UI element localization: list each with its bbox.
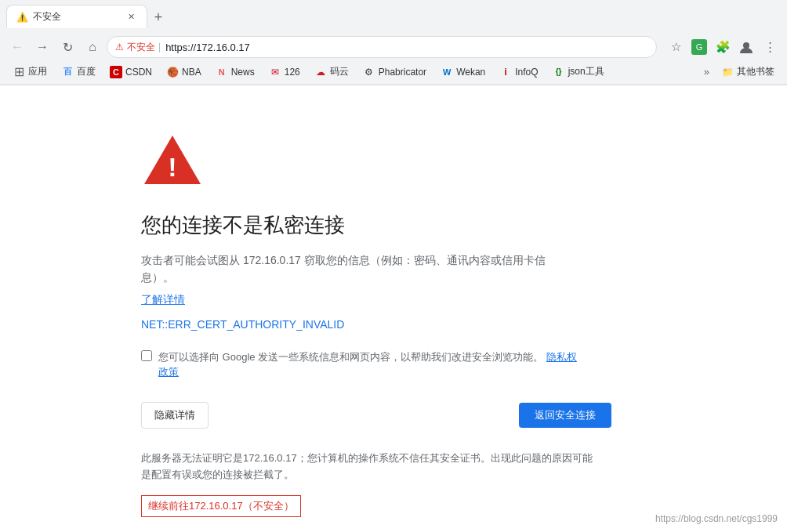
bookmark-baidu[interactable]: 百 百度 xyxy=(55,63,102,80)
bookmark-126-label: 126 xyxy=(285,67,300,78)
126-icon: ✉ xyxy=(269,66,281,78)
security-label: 不安全 xyxy=(127,41,155,54)
proceed-link[interactable]: 继续前往172.16.0.17（不安全） xyxy=(141,495,301,517)
learn-more-link[interactable]: 了解详情 xyxy=(141,293,185,306)
folder-icon: 📁 xyxy=(722,67,734,78)
warning-icon: ⚠ xyxy=(115,42,124,52)
warning-icon-container: ! xyxy=(141,132,611,190)
main-title: 您的连接不是私密连接 xyxy=(141,212,611,239)
wekan-icon: W xyxy=(441,66,453,78)
checkbox-row: 您可以选择向 Google 发送一些系统信息和网页内容，以帮助我们改进安全浏览功… xyxy=(141,349,580,380)
tab-close-button[interactable]: ✕ xyxy=(125,11,137,24)
title-bar: ← → ↻ ⌂ ⚠ 不安全 | https://172.16.0.17 ☆ G … xyxy=(0,28,787,60)
infoq-icon: i xyxy=(499,66,512,78)
baidu-icon: 百 xyxy=(61,66,74,78)
buttons-row: 隐藏详情 返回安全连接 xyxy=(141,402,611,429)
address-bar[interactable]: ⚠ 不安全 | https://172.16.0.17 xyxy=(107,36,657,58)
send-info-checkbox[interactable] xyxy=(141,350,152,361)
server-description: 此服务器无法证明它是172.16.0.17；您计算机的操作系统不信任其安全证书。… xyxy=(141,451,596,483)
checkbox-label: 您可以选择向 Google 发送一些系统信息和网页内容，以帮助我们改进安全浏览功… xyxy=(158,349,580,380)
home-button[interactable]: ⌂ xyxy=(82,36,103,58)
bookmark-phabricator-label: Phabricator xyxy=(379,67,426,78)
csdn-icon: C xyxy=(110,66,122,78)
other-bookmarks-label: 其他书签 xyxy=(737,65,774,78)
bookmark-news-label: News xyxy=(231,67,255,78)
bookmark-gitee-label: 码云 xyxy=(330,65,349,78)
description-text: 攻击者可能会试图从 172.16.0.17 窃取您的信息（例如：密码、通讯内容或… xyxy=(141,252,564,287)
profile-button[interactable]: G xyxy=(688,36,710,58)
bookmark-phabricator[interactable]: ⚙ Phabricator xyxy=(357,64,433,80)
bookmark-wekan-label: Wekan xyxy=(456,67,485,78)
gitee-icon: ☁ xyxy=(314,66,327,78)
phabricator-icon: ⚙ xyxy=(363,66,375,78)
news-icon: N xyxy=(216,66,228,78)
page-content: ! 您的连接不是私密连接 攻击者可能会试图从 172.16.0.17 窃取您的信… xyxy=(0,85,611,532)
menu-button[interactable]: ⋮ xyxy=(759,36,781,58)
error-code: NET::ERR_CERT_AUTHORITY_INVALID xyxy=(141,318,611,331)
back-button[interactable]: ← xyxy=(6,36,28,58)
bookmark-json[interactable]: {} json工具 xyxy=(546,63,611,80)
checkbox-text: 您可以选择向 Google 发送一些系统信息和网页内容，以帮助我们改进安全浏览功… xyxy=(158,351,543,363)
tab-favicon: ⚠️ xyxy=(16,12,28,23)
forward-button[interactable]: → xyxy=(31,36,53,58)
svg-point-2 xyxy=(743,42,749,49)
svg-text:!: ! xyxy=(168,152,176,182)
bookmark-csdn[interactable]: C CSDN xyxy=(103,64,158,80)
reload-button[interactable]: ↻ xyxy=(56,36,78,58)
return-safe-button[interactable]: 返回安全连接 xyxy=(519,403,611,428)
active-tab[interactable]: ⚠️ 不安全 ✕ xyxy=(6,5,147,28)
bookmark-apps[interactable]: ⊞ 应用 xyxy=(6,63,53,80)
svg-text:G: G xyxy=(696,42,703,52)
csdn-watermark: https://blog.csdn.net/cgs1999 xyxy=(655,513,778,524)
hide-details-button[interactable]: 隐藏详情 xyxy=(141,402,209,429)
tab-title: 不安全 xyxy=(33,10,120,24)
bookmark-wekan[interactable]: W Wekan xyxy=(434,64,491,80)
bookmark-infoq[interactable]: i InfoQ xyxy=(493,64,544,80)
description-content: 攻击者可能会试图从 172.16.0.17 窃取您的信息（例如：密码、通讯内容或… xyxy=(141,254,546,284)
url-display: https://172.16.0.17 xyxy=(165,42,250,53)
nba-icon: 🏀 xyxy=(166,66,179,78)
extension-button[interactable]: 🧩 xyxy=(712,36,734,58)
divider: | xyxy=(158,42,161,52)
bookmark-json-label: json工具 xyxy=(568,65,604,78)
bookmark-star-button[interactable]: ☆ xyxy=(665,36,687,58)
bookmark-csdn-label: CSDN xyxy=(125,67,152,78)
other-bookmarks[interactable]: 📁 其他书签 xyxy=(716,63,781,80)
bookmark-126[interactable]: ✉ 126 xyxy=(263,64,306,80)
json-icon: {} xyxy=(553,66,565,78)
browser-chrome: ⚠️ 不安全 ✕ + ← → ↻ ⌂ ⚠ 不安全 | https://172.1… xyxy=(0,0,787,85)
bookmark-nba-label: NBA xyxy=(182,67,201,78)
apps-icon: ⊞ xyxy=(13,66,25,78)
tab-bar: ⚠️ 不安全 ✕ + xyxy=(0,0,787,28)
new-tab-button[interactable]: + xyxy=(147,6,169,28)
bookmark-nba[interactable]: 🏀 NBA xyxy=(160,64,208,80)
warning-triangle: ! xyxy=(141,132,204,187)
more-bookmarks-button[interactable]: » xyxy=(699,64,714,79)
security-indicator: ⚠ 不安全 | xyxy=(115,41,161,54)
account-button[interactable] xyxy=(735,36,757,58)
bookmark-gitee[interactable]: ☁ 码云 xyxy=(308,63,355,80)
toolbar-icons: ☆ G 🧩 ⋮ xyxy=(665,36,781,58)
bookmark-apps-label: 应用 xyxy=(28,65,47,78)
bookmark-baidu-label: 百度 xyxy=(77,65,96,78)
bookmark-news[interactable]: N News xyxy=(209,64,261,80)
bookmark-infoq-label: InfoQ xyxy=(515,67,538,78)
bookmarks-bar: ⊞ 应用 百 百度 C CSDN 🏀 NBA N News ✉ 126 ☁ 码云… xyxy=(0,60,787,85)
